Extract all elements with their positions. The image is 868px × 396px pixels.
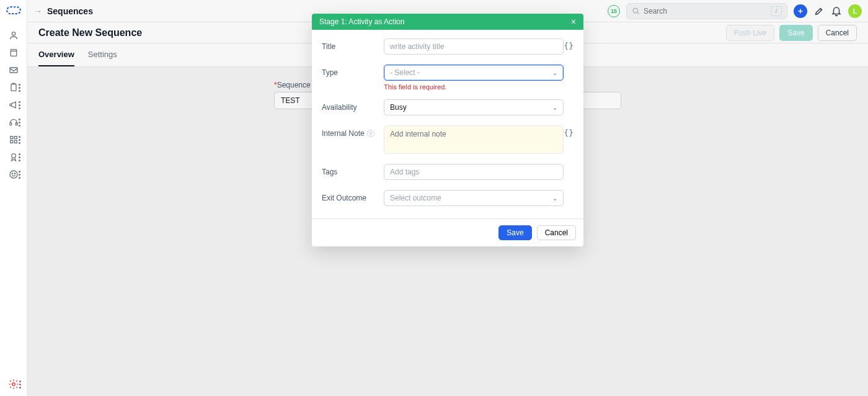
- svg-point-14: [14, 173, 15, 174]
- svg-rect-9: [10, 140, 12, 143]
- chevron-down-icon: ⌄: [552, 104, 557, 111]
- svg-rect-5: [10, 123, 12, 125]
- rail-apps-icon[interactable]: [4, 132, 24, 148]
- internal-note-input[interactable]: Add internal note: [384, 125, 564, 154]
- help-icon[interactable]: ?: [367, 130, 374, 137]
- left-rail: [0, 0, 27, 396]
- title-input[interactable]: [384, 38, 564, 55]
- svg-point-13: [12, 173, 12, 174]
- svg-rect-7: [10, 137, 12, 139]
- rail-smile-icon[interactable]: [4, 166, 24, 182]
- rail-user-icon[interactable]: [4, 27, 24, 43]
- app-logo-icon: [6, 5, 22, 16]
- internal-note-label: Internal Note ?: [322, 125, 384, 138]
- type-select[interactable]: - Select - ⌄: [384, 65, 564, 81]
- activity-modal: Stage 1: Activity as Action × Title {} T…: [312, 14, 583, 246]
- modal-cancel-button[interactable]: Cancel: [537, 225, 576, 240]
- rail-settings-icon[interactable]: [8, 379, 19, 390]
- rail-headset-icon[interactable]: [4, 114, 24, 130]
- rail-megaphone-icon[interactable]: [4, 97, 24, 113]
- svg-point-1: [12, 32, 15, 35]
- svg-point-12: [10, 171, 17, 178]
- note-variables-icon[interactable]: {}: [564, 125, 574, 137]
- title-variables-icon[interactable]: {}: [564, 38, 574, 50]
- svg-point-11: [11, 154, 16, 158]
- type-label: Type: [322, 65, 384, 77]
- tags-label: Tags: [322, 164, 384, 176]
- title-label: Title: [322, 38, 384, 51]
- svg-rect-3: [10, 68, 17, 73]
- chevron-down-icon: ⌄: [552, 195, 557, 202]
- modal-close-icon[interactable]: ×: [571, 17, 576, 26]
- type-error-text: This field is required.: [384, 83, 564, 91]
- modal-save-button[interactable]: Save: [498, 225, 531, 240]
- exit-outcome-label: Exit Outcome: [322, 190, 384, 202]
- rail-book-icon[interactable]: [4, 45, 24, 61]
- svg-point-15: [12, 383, 15, 386]
- svg-rect-8: [14, 137, 17, 139]
- modal-title: Stage 1: Activity as Action: [319, 17, 404, 26]
- rail-clipboard-icon[interactable]: [4, 79, 24, 96]
- chevron-down-icon: ⌄: [552, 70, 557, 76]
- svg-rect-4: [11, 84, 16, 91]
- availability-label: Availability: [322, 99, 384, 112]
- modal-header: Stage 1: Activity as Action ×: [312, 14, 583, 30]
- svg-rect-0: [7, 7, 20, 14]
- svg-rect-10: [14, 140, 17, 143]
- tags-input[interactable]: [384, 164, 564, 180]
- svg-rect-2: [11, 50, 16, 56]
- availability-select[interactable]: Busy ⌄: [384, 99, 564, 115]
- rail-mail-icon[interactable]: [4, 62, 24, 78]
- rail-award-icon[interactable]: [4, 149, 24, 165]
- exit-outcome-select[interactable]: Select outcome ⌄: [384, 190, 564, 206]
